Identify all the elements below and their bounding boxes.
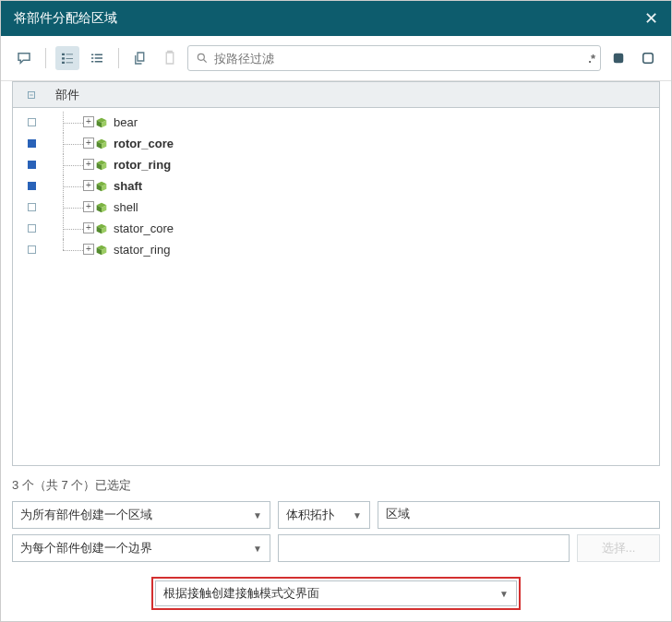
separator bbox=[45, 48, 46, 68]
square-outline-icon[interactable] bbox=[636, 46, 660, 70]
part-icon bbox=[94, 244, 109, 257]
part-name[interactable]: rotor_core bbox=[94, 137, 174, 150]
row-checkbox[interactable] bbox=[13, 203, 50, 211]
chevron-down-icon: ▼ bbox=[353, 510, 362, 520]
boundary-mode-label: 为每个部件创建一个边界 bbox=[20, 540, 152, 556]
part-name[interactable]: shaft bbox=[94, 179, 142, 193]
close-icon[interactable]: ✕ bbox=[644, 10, 658, 27]
boundary-mode-select[interactable]: 为每个部件创建一个边界 ▼ bbox=[12, 534, 270, 562]
row-checkbox[interactable] bbox=[13, 139, 50, 148]
expand-icon[interactable]: + bbox=[83, 116, 94, 127]
part-name[interactable]: stator_core bbox=[94, 221, 174, 235]
part-icon bbox=[94, 116, 109, 129]
chevron-down-icon: ▼ bbox=[253, 544, 262, 554]
search-input[interactable] bbox=[214, 52, 593, 66]
row-checkbox[interactable] bbox=[13, 224, 50, 233]
row-checkbox[interactable] bbox=[13, 245, 50, 254]
toolbar: .* bbox=[1, 36, 671, 81]
part-label: rotor_ring bbox=[114, 158, 171, 172]
tree-line: + bbox=[50, 175, 94, 197]
choose-button: 选择... bbox=[577, 534, 660, 562]
expand-icon[interactable]: + bbox=[83, 180, 94, 191]
wildcard-icon[interactable]: .* bbox=[588, 52, 594, 66]
part-icon bbox=[94, 201, 109, 214]
copy-icon[interactable] bbox=[128, 46, 152, 70]
choose-button-label: 选择... bbox=[602, 540, 636, 556]
part-label: shaft bbox=[114, 179, 142, 193]
search-field[interactable]: .* bbox=[187, 45, 601, 71]
tree-row[interactable]: +shell bbox=[13, 197, 659, 218]
interface-mode-select[interactable]: 根据接触创建接触模式交界面 ▼ bbox=[155, 580, 517, 606]
row-checkbox[interactable] bbox=[13, 161, 50, 169]
svg-rect-3 bbox=[643, 54, 654, 64]
part-name[interactable]: rotor_ring bbox=[94, 158, 171, 172]
chevron-down-icon: ▼ bbox=[253, 510, 262, 520]
region-form-row: 为所有部件创建一个区域 ▼ 体积拓扑 ▼ 区域 bbox=[1, 501, 671, 534]
boundary-form-row: 为每个部件创建一个边界 ▼ 选择... bbox=[1, 534, 671, 571]
part-icon bbox=[94, 138, 109, 150]
parts-tree: 部件 +bear+rotor_core+rotor_ring+shaft+she… bbox=[12, 81, 660, 466]
part-label: shell bbox=[114, 200, 138, 214]
svg-rect-2 bbox=[614, 54, 624, 64]
region-mode-select[interactable]: 为所有部件创建一个区域 ▼ bbox=[12, 501, 270, 529]
tree-row[interactable]: +rotor_core bbox=[13, 133, 659, 154]
row-checkbox[interactable] bbox=[13, 118, 50, 126]
part-label: stator_ring bbox=[114, 243, 170, 257]
titlebar: 将部件分配给区域 ✕ bbox=[1, 1, 671, 36]
part-name[interactable]: bear bbox=[94, 115, 138, 129]
part-name[interactable]: shell bbox=[94, 200, 138, 214]
expand-icon[interactable]: + bbox=[83, 244, 94, 255]
tree-line: + bbox=[50, 112, 94, 133]
tree-row[interactable]: +stator_ring bbox=[13, 239, 659, 260]
interface-form-row: 根据接触创建接触模式交界面 ▼ bbox=[1, 571, 671, 621]
topology-select[interactable]: 体积拓扑 ▼ bbox=[278, 501, 370, 529]
expand-icon[interactable]: + bbox=[83, 222, 94, 233]
tree-header[interactable]: 部件 bbox=[13, 82, 659, 108]
part-icon bbox=[94, 159, 109, 172]
row-checkbox[interactable] bbox=[13, 182, 50, 190]
region-mode-label: 为所有部件创建一个区域 bbox=[20, 507, 152, 523]
expand-icon[interactable]: + bbox=[83, 201, 94, 212]
collapse-icon[interactable] bbox=[25, 89, 38, 102]
comment-icon[interactable] bbox=[12, 46, 36, 70]
highlighted-frame: 根据接触创建接触模式交界面 ▼ bbox=[151, 577, 521, 610]
boundary-name-input[interactable] bbox=[278, 534, 570, 562]
dialog-title: 将部件分配给区域 bbox=[14, 10, 117, 27]
separator bbox=[118, 48, 119, 68]
expand-icon[interactable]: + bbox=[83, 159, 94, 170]
part-label: bear bbox=[114, 115, 138, 129]
part-name[interactable]: stator_ring bbox=[94, 243, 170, 257]
tree-row[interactable]: +stator_core bbox=[13, 218, 659, 239]
tree-row[interactable]: +bear bbox=[13, 112, 659, 133]
list-tree-icon[interactable] bbox=[55, 46, 79, 70]
paste-icon bbox=[158, 46, 182, 70]
tree-line: + bbox=[50, 197, 94, 218]
part-label: stator_core bbox=[114, 221, 174, 235]
part-icon bbox=[94, 222, 109, 235]
assign-parts-dialog: 将部件分配给区域 ✕ .* 部件 +bear+rotor_core+rotor_… bbox=[0, 0, 672, 622]
selection-status: 3 个（共 7 个）已选定 bbox=[1, 473, 671, 501]
search-icon bbox=[196, 52, 209, 65]
interface-mode-label: 根据接触创建接触模式交界面 bbox=[163, 585, 319, 602]
region-name-value: 区域 bbox=[386, 507, 410, 520]
region-name-input[interactable]: 区域 bbox=[378, 501, 660, 529]
part-label: rotor_core bbox=[114, 137, 174, 150]
tree-header-label: 部件 bbox=[50, 87, 79, 103]
part-icon bbox=[94, 180, 109, 193]
chevron-down-icon: ▼ bbox=[499, 589, 509, 599]
tree-line: + bbox=[50, 133, 94, 154]
tree-row[interactable]: +shaft bbox=[13, 175, 659, 197]
tree-line: + bbox=[50, 154, 94, 175]
tree-row[interactable]: +rotor_ring bbox=[13, 154, 659, 175]
list-icon[interactable] bbox=[85, 46, 109, 70]
square-filled-icon[interactable] bbox=[606, 46, 630, 70]
topology-label: 体积拓扑 bbox=[286, 507, 334, 523]
expand-icon[interactable]: + bbox=[83, 138, 94, 149]
tree-line: + bbox=[50, 218, 94, 239]
tree-line: + bbox=[50, 239, 94, 260]
